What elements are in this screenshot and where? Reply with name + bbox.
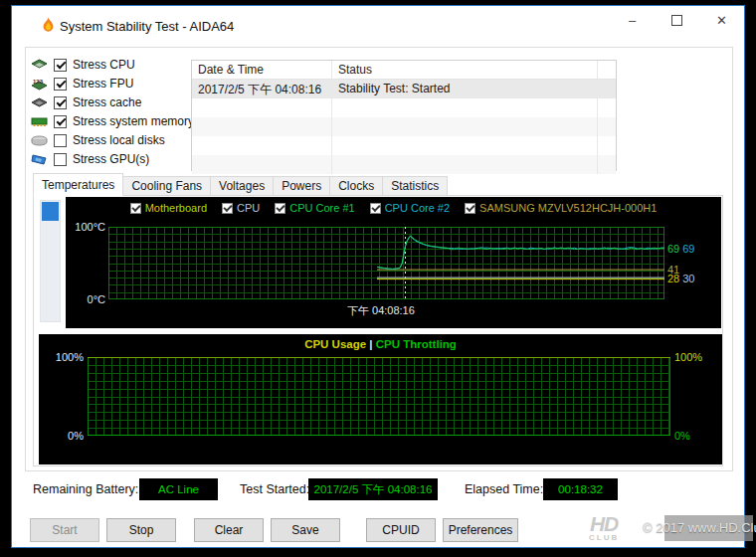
usage-left-min-label: 0% [49,430,84,442]
tab-temperatures[interactable]: Temperatures [33,173,123,196]
test-started-label: Test Started: [240,482,309,496]
legend-samsung-ssd[interactable]: SAMSUNG MZVLV512HCJH-000H1 [465,202,657,214]
stress-cpu-checkbox[interactable] [54,59,67,72]
current-value-label: 69 [682,243,694,255]
chart-vertical-scrollbar[interactable] [40,200,61,322]
save-button[interactable]: Save [271,518,340,542]
y-axis-min-label: 0°C [74,293,105,305]
stop-button[interactable]: Stop [106,518,176,542]
stress-fpu-label: Stress FPU [73,77,133,91]
temperature-legend: Motherboard CPU CPU Core #1 CPU Core #2 … [66,202,721,214]
stress-cache-label: Stress cache [73,95,141,109]
stress-option-gpu[interactable]: Stress GPU(s) [31,151,149,167]
usage-chart-title: CPU Usage | CPU Throttling [39,338,722,350]
fpu-icon: 123 [31,78,48,91]
watermark-text: © 2017 www.HD.Club.tw [643,520,756,535]
stress-option-cpu[interactable]: Stress CPU [31,57,135,73]
table-header[interactable]: Date & Time Status [192,61,616,80]
cache-icon [31,96,48,109]
temperature-plot-area [108,227,664,299]
current-value-label: 28 [667,273,679,284]
remaining-battery-label: Remaining Battery: [33,482,138,496]
start-button[interactable]: Start [30,518,99,542]
current-value-label: 30 [682,273,694,284]
legend-cpu-core-1[interactable]: CPU Core #1 [275,202,354,214]
temperature-chart: Motherboard CPU CPU Core #1 CPU Core #2 … [66,197,721,328]
tab-bar: Temperatures Cooling Fans Voltages Power… [33,173,448,196]
elapsed-time-value: 00:18:32 [543,478,618,500]
preferences-button[interactable]: Preferences [443,518,518,542]
maximize-icon [671,15,682,26]
legend-cpu-core-2[interactable]: CPU Core #2 [370,202,450,214]
legend-motherboard[interactable]: Motherboard [130,202,207,214]
col-date-time[interactable]: Date & Time [192,61,332,79]
col-status[interactable]: Status [332,61,598,79]
stress-cache-checkbox[interactable] [54,96,67,109]
cpuid-button[interactable]: CPUID [366,518,436,542]
tab-cooling-fans[interactable]: Cooling Fans [123,176,211,196]
close-button[interactable]: ✕ [699,6,744,35]
gpu-icon [31,153,48,166]
tab-clocks[interactable]: Clocks [330,176,383,196]
remaining-battery-value: AC Line [139,478,218,500]
cpu-icon [31,59,48,72]
table-row-empty [192,155,616,174]
elapsed-time-label: Elapsed Time: [465,482,543,496]
clear-button[interactable]: Clear [194,518,264,542]
table-row-empty [192,136,616,155]
table-row[interactable]: 2017/2/5 下午 04:08:16 Stability Test: Sta… [192,80,616,98]
tab-statistics[interactable]: Statistics [383,176,448,196]
stress-gpu-label: Stress GPU(s) [73,152,149,166]
legend-cpu[interactable]: CPU [222,202,260,214]
usage-plot-area [88,357,670,436]
svg-text:123: 123 [33,79,44,85]
table-row-empty [192,117,616,136]
memory-icon [31,115,48,128]
cell-date-time: 2017/2/5 下午 04:08:16 [192,80,332,98]
stress-option-fpu[interactable]: 123 Stress FPU [31,76,133,92]
legend-checkbox-icon[interactable] [222,203,233,214]
scrollbar-thumb[interactable] [42,202,59,221]
hdclub-logo: HD CLUB [589,513,619,542]
stress-cpu-label: Stress CPU [73,58,135,72]
disk-icon [31,134,48,147]
stress-gpu-checkbox[interactable] [54,153,67,166]
maximize-button[interactable] [655,6,699,35]
legend-checkbox-icon[interactable] [275,203,285,214]
usage-right-max-label: 100% [674,351,702,363]
cell-status: Stability Test: Started [332,80,598,98]
legend-checkbox-icon[interactable] [465,203,475,214]
minimize-button[interactable]: – [610,6,655,35]
stress-option-cache[interactable]: Stress cache [31,94,141,110]
legend-checkbox-icon[interactable] [130,203,141,214]
event-log-table[interactable]: Date & Time Status 2017/2/5 下午 04:08:16 … [191,60,617,171]
stress-fpu-checkbox[interactable] [54,78,67,91]
usage-left-max-label: 100% [49,351,84,363]
minimize-icon: – [629,13,636,28]
table-row-empty [192,98,616,117]
stress-option-disks[interactable]: Stress local disks [31,132,165,148]
stress-memory-label: Stress system memory [73,114,194,128]
stress-disks-label: Stress local disks [73,133,165,147]
stress-disks-checkbox[interactable] [54,134,67,147]
current-value-label: 69 [667,243,679,255]
tab-powers[interactable]: Powers [274,176,330,196]
window-title: System Stability Test - AIDA64 [60,19,234,34]
stress-option-memory[interactable]: Stress system memory [31,113,194,129]
stress-memory-checkbox[interactable] [54,115,67,128]
legend-checkbox-icon[interactable] [370,203,381,214]
tab-voltages[interactable]: Voltages [211,176,274,196]
cpu-usage-chart: CPU Usage | CPU Throttling 100% 0% 100% … [39,334,722,464]
close-icon: ✕ [716,13,727,28]
y-axis-max-label: 100°C [74,221,105,233]
test-started-value: 2017/2/5 下午 04:08:16 [308,478,438,500]
aida64-flame-icon [40,17,57,34]
x-axis-time-label: 下午 04:08:16 [347,303,415,318]
usage-right-min-label: 0% [674,430,690,442]
